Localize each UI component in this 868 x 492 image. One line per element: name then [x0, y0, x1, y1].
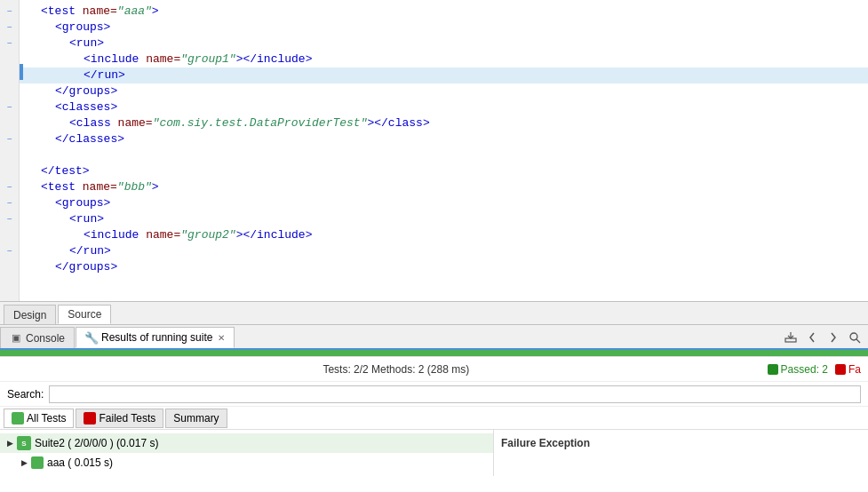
code-line-12: <test name="bbb"> [20, 179, 868, 195]
code-line-2: <groups> [20, 20, 868, 36]
panel-tab-results[interactable]: 🔧 Results of running suite ✕ [76, 327, 235, 348]
right-panel: Failure Exception [494, 430, 868, 476]
result-tabs: All Tests Failed Tests Summary [0, 407, 868, 430]
panel-tab-results-label: Results of running suite [101, 331, 212, 344]
export-btn[interactable] [781, 329, 800, 346]
code-lines: <test name="aaa"> <groups> <run> <includ… [20, 0, 868, 301]
gutter-collapse-14[interactable]: − [4, 211, 16, 227]
code-line-10 [20, 147, 868, 163]
code-line-11: </test> [20, 163, 868, 179]
failed-icon [835, 364, 846, 375]
code-line-6: </groups> [20, 83, 868, 99]
suite2-arrow: ▶ [7, 439, 13, 448]
code-line-9: </classes> [20, 131, 868, 147]
editor-indicator-bar [20, 64, 23, 80]
gutter-line-10 [4, 147, 16, 163]
passed-status: Passed: 2 [768, 363, 828, 376]
failure-header: Failure Exception [501, 433, 861, 453]
code-line-13: <groups> [20, 195, 868, 211]
failed-status: Fa [835, 363, 861, 376]
gutter-line-17 [4, 259, 16, 275]
editor-gutter: − − − − − − − − − [0, 0, 20, 301]
panel-tabs-wrapper: ▣ Console 🔧 Results of running suite ✕ [0, 325, 868, 350]
result-tab-failed[interactable]: Failed Tests [76, 409, 163, 428]
status-text: Tests: 2/2 Methods: 2 (288 ms) [25, 363, 768, 376]
code-line-16: </run> [20, 243, 868, 259]
gutter-collapse-7[interactable]: − [4, 99, 16, 115]
progress-bar-fill [0, 350, 868, 356]
result-tab-summary[interactable]: Summary [165, 409, 227, 428]
code-line-15: <include name="group2"></include> [20, 227, 868, 243]
tree-item-aaa[interactable]: ▶ aaa ( 0.015 s) [0, 453, 493, 472]
code-line-7: <classes> [20, 99, 868, 115]
gutter-line-4 [4, 52, 16, 67]
gutter-collapse-12[interactable]: − [4, 179, 16, 195]
gutter-line-8 [4, 115, 16, 131]
bottom-panel: ▣ Console 🔧 Results of running suite ✕ [0, 325, 868, 476]
suite2-icon: S [17, 436, 31, 450]
aaa-icon [31, 456, 44, 469]
tree-area: ▶ S Suite2 ( 2/0/0/0 ) (0.017 s) ▶ aaa (… [0, 430, 868, 476]
code-line-4: <include name="group1"></include> [20, 52, 868, 67]
editor-hscroll[interactable] [0, 301, 868, 302]
failed-tests-icon [84, 412, 96, 425]
editor-area: − − − − − − − − − <test name="aaa"> [0, 0, 868, 302]
gutter-collapse-1[interactable]: − [4, 4, 16, 20]
gutter-line-15 [4, 227, 16, 243]
gutter-collapse-2[interactable]: − [4, 20, 16, 36]
editor-tabs-bar: Design Source [0, 302, 868, 325]
panel-tab-close-btn[interactable]: ✕ [218, 333, 225, 343]
panel-tabs: ▣ Console 🔧 Results of running suite ✕ [0, 325, 868, 350]
panel-tab-console-label: Console [26, 332, 65, 345]
aaa-arrow: ▶ [21, 458, 28, 467]
next-btn[interactable] [824, 329, 843, 346]
suite2-label: Suite2 ( 2/0/0/0 ) (0.017 s) [35, 437, 158, 449]
tab-design[interactable]: Design [4, 305, 56, 324]
search-input[interactable] [49, 385, 861, 403]
all-tests-icon [12, 412, 24, 425]
svg-point-2 [850, 333, 857, 340]
progress-bar-area [0, 350, 868, 357]
console-icon: ▣ [10, 332, 22, 345]
search-row: Search: [0, 382, 868, 407]
code-line-17: </groups> [20, 259, 868, 275]
tab-source[interactable]: Source [58, 305, 111, 324]
code-line-8: <class name="com.siy.test.DataProviderTe… [20, 115, 868, 131]
gutter-line-5 [4, 67, 16, 83]
search-label: Search: [7, 388, 44, 401]
results-icon: 🔧 [85, 331, 98, 344]
code-line-14: <run> [20, 211, 868, 227]
code-line-3: <run> [20, 36, 868, 52]
status-right: Passed: 2 Fa [768, 363, 861, 376]
gutter-collapse-13[interactable]: − [4, 195, 16, 211]
tree-panel: ▶ S Suite2 ( 2/0/0/0 ) (0.017 s) ▶ aaa (… [0, 430, 494, 476]
aaa-label: aaa ( 0.015 s) [47, 456, 113, 469]
search-toolbar-btn[interactable] [845, 329, 864, 346]
panel-tab-console[interactable]: ▣ Console [0, 327, 75, 348]
code-line-5: </run> [20, 67, 868, 83]
gutter-collapse-16[interactable]: − [4, 243, 16, 259]
code-line-1: <test name="aaa"> [20, 4, 868, 20]
result-tab-all[interactable]: All Tests [4, 409, 74, 428]
gutter-collapse-9[interactable]: − [4, 131, 16, 147]
gutter-line-6 [4, 83, 16, 99]
svg-line-3 [856, 339, 860, 343]
prev-btn[interactable] [802, 329, 822, 346]
gutter-collapse-3[interactable]: − [4, 36, 16, 52]
tree-item-suite2[interactable]: ▶ S Suite2 ( 2/0/0/0 ) (0.017 s) [0, 433, 493, 453]
passed-icon [768, 364, 778, 375]
gutter-line-11 [4, 163, 16, 179]
status-row: Tests: 2/2 Methods: 2 (288 ms) Passed: 2… [0, 357, 868, 382]
